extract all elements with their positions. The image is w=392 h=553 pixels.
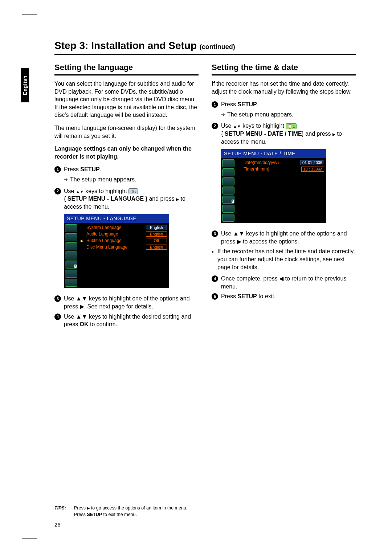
tips-label: TIPS: xyxy=(54,505,66,518)
cursor-icon: ▶ xyxy=(81,239,84,243)
t: The setup menu appears. xyxy=(70,176,136,184)
t: to confirm. xyxy=(89,321,117,327)
t: . xyxy=(100,166,101,172)
osd-language: SETUP MENU - LANGUAGE 1 System LanguageE… xyxy=(64,214,169,288)
osd-row-value: English xyxy=(146,225,167,230)
t: Once complete, press ◀ to return to the … xyxy=(221,275,356,290)
dt-step-3: 3 Use ▲▼ keys to highlight one of the op… xyxy=(212,230,356,245)
osd-row: Disc Menu LanguageEnglish xyxy=(81,244,167,250)
osd-row: Date(mm/dd/yyyy)01 01 2006 xyxy=(238,159,324,166)
osd-icon xyxy=(65,224,77,232)
osd-row-value: English xyxy=(146,245,167,250)
osd-sidebar-icons: 1 xyxy=(221,158,236,223)
step-badge-2: 2 xyxy=(212,123,218,129)
osd-icon xyxy=(65,279,77,287)
t: to exit. xyxy=(257,293,276,299)
t: } and press xyxy=(144,196,176,202)
step-badge-3: 3 xyxy=(54,295,61,302)
tips-body: Press to go access the options of an ite… xyxy=(74,505,187,518)
osd-row: System LanguageEnglish xyxy=(81,224,167,231)
dt-bullet: If the recorder has not set the time and… xyxy=(212,247,356,271)
osd-icon: 1 xyxy=(222,196,234,204)
t: . xyxy=(257,101,258,107)
right-arrow-icon xyxy=(332,131,335,137)
t: keys to highlight xyxy=(241,123,286,129)
osd-icon xyxy=(65,270,77,278)
osd-row-value: English xyxy=(146,232,167,237)
osd-icon xyxy=(65,251,77,259)
crop-mark xyxy=(22,15,37,29)
dt-step-1-sub: The setup menu appears. xyxy=(221,111,356,119)
page-number: 26 xyxy=(54,521,356,528)
lang-step-4: 4 Use ▲▼ keys to highlight the desired s… xyxy=(54,313,199,328)
osd-row: Time(hh:mm)10 : 33 AM xyxy=(238,166,324,172)
t: Use ▲▼ keys to highlight one of the opti… xyxy=(64,295,199,310)
dt-step-4: 4 Once complete, press ◀ to return to th… xyxy=(212,275,356,290)
t: The setup menu appears. xyxy=(227,111,293,119)
osd-icon xyxy=(222,177,234,185)
t: If the recorder has not set the time and… xyxy=(217,247,356,271)
osd-row-label: Subtitle Language xyxy=(86,238,144,243)
lang-intro-1: You can select the language for subtitle… xyxy=(54,80,199,119)
heading-datetime: Setting the time & date xyxy=(212,63,356,75)
title-suffix: (continued) xyxy=(200,43,235,50)
osd-icon xyxy=(222,168,234,176)
t: Press xyxy=(74,505,87,511)
osd-rows: Date(mm/dd/yyyy)01 01 2006Time(hh:mm)10 … xyxy=(236,158,326,223)
crop-mark xyxy=(22,524,37,538)
tips-block: TIPS: Press to go access the options of … xyxy=(54,502,356,518)
osd-row-value: Off xyxy=(146,238,167,243)
t: Press xyxy=(221,293,237,299)
t: SETUP MENU - DATE / TIME xyxy=(225,131,302,137)
osd-row-label: Time(hh:mm) xyxy=(244,167,299,172)
osd-row-label: Date(mm/dd/yyyy) xyxy=(244,160,298,165)
t: SETUP xyxy=(237,293,257,299)
osd-row: Audio LanguageEnglish xyxy=(81,231,167,237)
up-arrow-icon xyxy=(76,188,80,194)
language-tab: English xyxy=(21,68,29,102)
t: SETUP MENU - LANGUAGE xyxy=(68,196,144,202)
title-main: Step 3: Installation and Setup xyxy=(54,40,200,51)
step-badge-4: 4 xyxy=(212,275,218,282)
col-language: Setting the language You can select the … xyxy=(54,63,199,331)
step-badge-2: 2 xyxy=(54,188,61,194)
osd-title: SETUP MENU - LANGUAGE xyxy=(64,214,169,223)
t: to go access the options of an item in t… xyxy=(90,505,187,511)
osd-icon xyxy=(65,233,77,241)
osd-row-value: 10 : 33 AM xyxy=(301,167,324,172)
heading-language: Setting the language xyxy=(54,63,199,75)
t: } and press xyxy=(302,131,333,137)
t: SETUP xyxy=(80,166,99,172)
dt-step-1: 1 Press SETUP. xyxy=(212,101,356,108)
t: to exit the menu. xyxy=(102,512,137,517)
lang-step-1: 1 Press SETUP. xyxy=(54,165,199,173)
lang-note: Language settings can only be changed wh… xyxy=(54,145,199,160)
t: SETUP xyxy=(87,512,102,517)
dt-step-5: 5 Press SETUP to exit. xyxy=(212,292,356,300)
down-arrow-icon xyxy=(80,188,84,194)
osd-title: SETUP MENU - DATE / TIME xyxy=(221,149,326,158)
lang-step-3: 3 Use ▲▼ keys to highlight one of the op… xyxy=(54,295,199,310)
lang-step-2: 2 Use keys to highlight (((ξ { SETUP MEN… xyxy=(54,187,199,211)
osd-icon xyxy=(222,205,234,213)
osd-sidebar-icons: 1 xyxy=(64,223,78,288)
osd-datetime: SETUP MENU - DATE / TIME 1 Date(mm/dd/yy… xyxy=(221,149,326,223)
menu-icon-datetime: ⌚1 xyxy=(286,123,297,129)
dt-step-2: 2 Use keys to highlight ⌚1 { SETUP MENU … xyxy=(212,122,356,146)
down-arrow-icon xyxy=(237,123,241,129)
osd-icon: 1 xyxy=(65,261,77,269)
up-arrow-icon xyxy=(233,123,237,129)
menu-icon-language: (((ξ xyxy=(128,188,138,194)
t: Press xyxy=(74,512,87,517)
osd-row-label: System Language xyxy=(86,225,144,230)
osd-icon xyxy=(222,159,234,167)
t: Use xyxy=(64,188,76,194)
t: SETUP xyxy=(237,101,257,107)
dt-intro: If the recorder has not set the time and… xyxy=(212,80,356,95)
osd-icon xyxy=(222,187,234,194)
right-arrow-icon xyxy=(176,196,179,202)
t: keys to highlight xyxy=(84,188,129,194)
lang-step-1-sub: The setup menu appears. xyxy=(64,176,199,184)
t: Use xyxy=(221,123,233,129)
col-datetime: Setting the time & date If the recorder … xyxy=(212,63,356,331)
